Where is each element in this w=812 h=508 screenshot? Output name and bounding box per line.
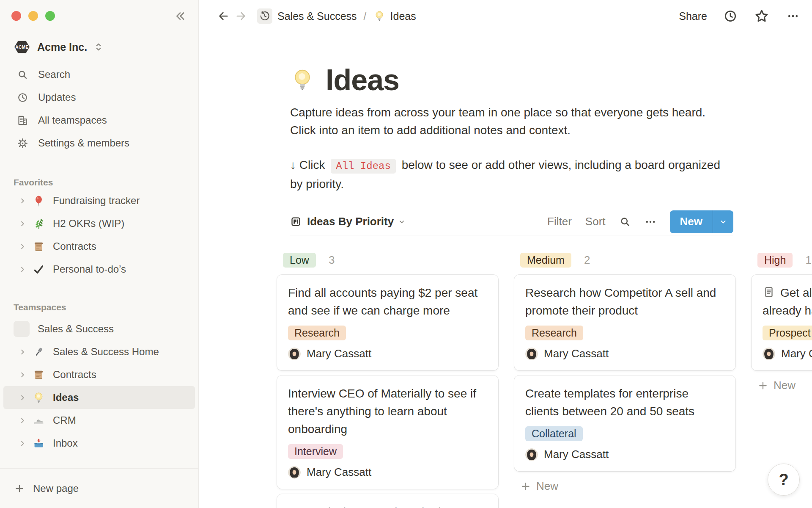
board-card[interactable]: Create templates for enterpriseclients b… <box>514 375 735 471</box>
sidebar-item-updates[interactable]: Updates <box>0 86 198 109</box>
chevron-down-icon <box>398 218 406 226</box>
chevron-right-icon[interactable] <box>19 371 27 379</box>
chevron-right-icon[interactable] <box>19 243 27 251</box>
sidebar-item-contracts[interactable]: Contracts <box>0 363 198 386</box>
sidebar-item-personal-to-do-s[interactable]: Personal to-do’s <box>0 258 198 281</box>
new-page-label: New page <box>33 483 79 494</box>
column-header: Low3 <box>277 251 498 268</box>
column-new-button[interactable]: New <box>752 379 812 392</box>
sidebar-item-sales-success-home[interactable]: Sales & Success Home <box>0 340 198 363</box>
callout-prefix: ↓ Click <box>290 158 325 171</box>
building-icon <box>17 115 28 126</box>
clock-icon[interactable] <box>723 9 738 23</box>
column-new-button[interactable]: New <box>514 480 735 493</box>
search-icon <box>17 69 28 80</box>
plus-icon <box>14 483 25 494</box>
card-tags: Research <box>288 326 487 340</box>
new-button[interactable]: New <box>670 210 733 233</box>
new-button-dropdown[interactable] <box>713 210 733 233</box>
more-options-icon[interactable] <box>787 10 799 22</box>
sidebar-item-h2-okrs-wip-[interactable]: H2 OKRs (WIP) <box>0 212 198 235</box>
avatar <box>288 348 301 360</box>
share-button[interactable]: Share <box>679 10 707 22</box>
card-title-line: Research how Competitor A sell and <box>525 284 724 302</box>
card-title-line: promote their product <box>525 302 724 320</box>
column-pill-high[interactable]: High <box>757 253 793 268</box>
sidebar-item-label: Updates <box>38 91 76 103</box>
search-icon[interactable] <box>619 216 631 228</box>
chevron-right-icon[interactable] <box>19 197 27 205</box>
column-new-label: New <box>536 480 558 493</box>
history-clock-icon <box>257 8 272 24</box>
sidebar-item-label: CRM <box>53 414 76 426</box>
new-page-button[interactable]: New page <box>0 468 198 508</box>
plus-icon <box>757 380 768 391</box>
herb-icon <box>33 218 45 230</box>
board-column-low: Low3Find all accounts paying $2 per seat… <box>277 251 498 508</box>
tag-pill-prospect: Prospect <box>763 326 812 340</box>
chevron-right-icon[interactable] <box>19 394 27 402</box>
lightbulb-icon <box>373 10 385 22</box>
star-icon[interactable] <box>754 8 770 24</box>
help-button[interactable]: ? <box>768 464 800 496</box>
zoom-window-button[interactable] <box>45 11 55 21</box>
sidebar-collapse-icon[interactable] <box>173 10 186 22</box>
board-card[interactable]: Research how Competitor A sell andpromot… <box>514 275 735 370</box>
sidebar: ACME Acme Inc. SearchUpdatesAll teamspac… <box>0 0 199 508</box>
chevron-right-icon[interactable] <box>19 439 27 447</box>
column-pill-medium[interactable]: Medium <box>520 253 571 268</box>
sidebar-item-fundraising-tracker[interactable]: Fundraising tracker <box>0 189 198 212</box>
kanban-board-icon <box>290 216 302 227</box>
board-card[interactable]: Interview CEO of Materially to see ifthe… <box>277 375 498 489</box>
breadcrumb-teamspace[interactable]: Sales & Success <box>277 10 357 22</box>
sidebar-item-label: Search <box>38 69 70 80</box>
chevron-right-icon[interactable] <box>19 265 27 273</box>
column-count: 3 <box>329 254 335 267</box>
page-title: Ideas <box>326 63 399 97</box>
section-label-favorites: Favorites <box>0 176 198 189</box>
new-button-label[interactable]: New <box>670 210 713 233</box>
sidebar-item-ideas[interactable]: Ideas <box>3 386 195 409</box>
filter-button[interactable]: Filter <box>547 215 572 228</box>
card-title: Find all accounts paying $2 per seatand … <box>288 284 487 320</box>
chevron-right-icon[interactable] <box>19 220 27 228</box>
sidebar-item-settings-members[interactable]: Settings & members <box>0 132 198 155</box>
back-icon[interactable] <box>217 10 229 22</box>
sidebar-item-sales-success[interactable]: Sales & Success <box>0 318 198 340</box>
sidebar-item-all-teamspaces[interactable]: All teamspaces <box>0 109 198 132</box>
sidebar-item-crm[interactable]: CRM <box>0 409 198 432</box>
sidebar-item-label: Settings & members <box>38 137 129 149</box>
inline-code-chip: All Ideas <box>331 159 396 174</box>
person-name: Mary Cassatt <box>544 448 609 461</box>
forward-icon[interactable] <box>235 10 247 22</box>
page-icon <box>763 286 775 298</box>
card-title-line: Target design agencies who have <box>288 503 487 508</box>
board-card[interactable]: Target design agencies who have <box>277 494 498 508</box>
sort-button[interactable]: Sort <box>585 215 606 228</box>
sidebar-item-contracts[interactable]: Contracts <box>0 235 198 258</box>
sidebar-item-inbox[interactable]: Inbox <box>0 432 198 455</box>
board-card[interactable]: Get allalready haProspectMary Cassatt <box>752 275 812 370</box>
card-title: Target design agencies who have <box>288 503 487 508</box>
workspace-switcher[interactable]: ACME Acme Inc. <box>13 38 198 56</box>
lightbulb-icon <box>33 392 45 404</box>
chevron-right-icon[interactable] <box>19 348 27 356</box>
close-window-button[interactable] <box>11 11 21 21</box>
gear-icon <box>17 138 28 149</box>
workspace-name: Acme Inc. <box>37 41 87 53</box>
column-header: Medium2 <box>514 251 735 268</box>
clock-icon <box>17 92 28 103</box>
minimize-window-button[interactable] <box>28 11 38 21</box>
sidebar-item-label: Sales & Success Home <box>53 346 159 358</box>
tag-pill-research: Research <box>288 326 346 340</box>
breadcrumb-separator: / <box>364 10 367 22</box>
breadcrumb-page[interactable]: Ideas <box>390 10 416 22</box>
column-pill-low[interactable]: Low <box>283 253 316 268</box>
chevron-right-icon[interactable] <box>19 417 27 425</box>
inbox-icon <box>33 437 45 450</box>
sidebar-item-search[interactable]: Search <box>0 63 198 86</box>
view-tab-ideas-by-priority[interactable]: Ideas By Priority <box>290 215 406 228</box>
more-options-icon[interactable] <box>645 216 656 228</box>
card-title-line: already ha <box>763 302 812 320</box>
board-card[interactable]: Find all accounts paying $2 per seatand … <box>277 275 498 370</box>
